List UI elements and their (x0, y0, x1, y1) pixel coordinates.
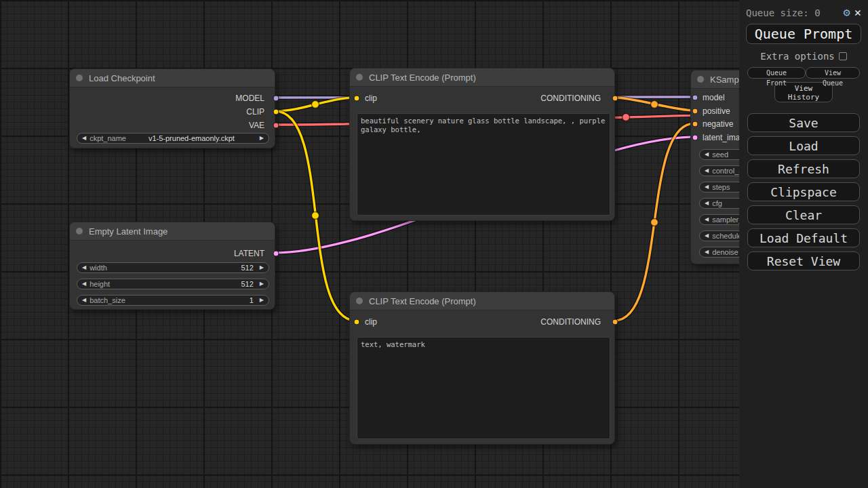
widget-label: width (90, 264, 107, 272)
link-positive-dot (651, 101, 658, 108)
prompt-textarea[interactable]: text, watermark (357, 337, 610, 439)
widget-decrement-arrow-icon[interactable]: ◀ (705, 184, 709, 190)
view-queue-button[interactable]: View Queue (806, 67, 860, 79)
output-label-clip: CLIP (246, 107, 264, 117)
node-title: CLIP Text Encode (Prompt) (369, 73, 476, 83)
widget-decrement-arrow-icon[interactable]: ◀ (705, 217, 709, 222)
save-button[interactable]: Save (747, 113, 860, 132)
output-label-conditioning: CONDITIONING (540, 94, 601, 103)
comfy-menu: Queue size: 0 ⚙ ✕ Queue Prompt Extra opt… (739, 0, 868, 488)
clipspace-button[interactable]: Clipspace (747, 182, 860, 201)
widget-value: 512 (111, 264, 256, 272)
node-clip-text-encode-negative[interactable]: CLIP Text Encode (Prompt) clip CONDITION… (349, 291, 615, 445)
link-clip-top-dot (312, 101, 319, 108)
input-label-negative: negative (703, 119, 733, 129)
height-widget[interactable]: ◀ height 512 ▶ (77, 279, 269, 289)
output-port-clip[interactable] (273, 109, 279, 115)
load-button[interactable]: Load (747, 136, 860, 155)
output-port-vae[interactable] (273, 123, 279, 129)
widget-decrement-arrow-icon[interactable]: ◀ (82, 136, 86, 141)
collapse-dot-icon[interactable] (356, 298, 363, 304)
widget-decrement-arrow-icon[interactable]: ◀ (82, 265, 86, 270)
width-widget[interactable]: ◀ width 512 ▶ (77, 262, 269, 273)
node-load-checkpoint[interactable]: Load Checkpoint MODEL CLIP VAE ◀ ckpt_na… (69, 68, 275, 148)
reset-view-button[interactable]: Reset View (747, 251, 860, 270)
input-label-model: model (703, 93, 725, 102)
gear-icon[interactable]: ⚙ (844, 7, 850, 18)
link-clip-top (275, 98, 356, 111)
widget-label: batch_size (90, 296, 125, 304)
output-label-latent: LATENT (234, 249, 264, 258)
input-label-clip: clip (365, 94, 377, 103)
node-title: CLIP Text Encode (Prompt) (369, 296, 476, 306)
widget-decrement-arrow-icon[interactable]: ◀ (705, 249, 709, 255)
widget-increment-arrow-icon[interactable]: ▶ (260, 298, 264, 303)
input-port-positive[interactable] (692, 108, 698, 115)
load-default-button[interactable]: Load Default (747, 228, 860, 247)
node-clip-negative-header[interactable]: CLIP Text Encode (Prompt) (350, 292, 614, 310)
output-label-model: MODEL (235, 94, 264, 103)
node-clip-text-encode-positive[interactable]: CLIP Text Encode (Prompt) clip CONDITION… (349, 68, 615, 221)
queue-prompt-button[interactable]: Queue Prompt (746, 24, 861, 44)
widget-value: 1 (129, 296, 256, 304)
widget-value: 512 (113, 280, 256, 288)
output-label-conditioning: CONDITIONING (540, 317, 601, 327)
widget-decrement-arrow-icon[interactable]: ◀ (705, 168, 709, 174)
widget-decrement-arrow-icon[interactable]: ◀ (82, 298, 86, 303)
prompt-textarea[interactable]: beautiful scenery nature glass bottle la… (357, 113, 610, 216)
collapse-dot-icon[interactable] (697, 76, 704, 83)
extra-options-checkbox[interactable] (839, 52, 847, 60)
ckpt-name-widget[interactable]: ◀ ckpt_name v1-5-pruned-emaonly.ckpt ▶ (77, 133, 269, 144)
node-load-checkpoint-header[interactable]: Load Checkpoint (70, 69, 275, 87)
input-port-model[interactable] (692, 95, 698, 101)
node-empty-latent-header[interactable]: Empty Latent Image (70, 222, 275, 241)
input-port-clip[interactable] (354, 319, 360, 325)
extra-options-label: Extra options (760, 51, 835, 62)
link-vae-dot (623, 114, 630, 121)
node-clip-positive-header[interactable]: CLIP Text Encode (Prompt) (350, 68, 614, 87)
close-icon[interactable]: ✕ (854, 7, 861, 18)
link-positive (614, 98, 694, 110)
view-history-line1: View (795, 84, 813, 93)
link-negative-dot (651, 219, 658, 226)
graph-canvas[interactable]: Load Checkpoint MODEL CLIP VAE ◀ ckpt_na… (0, 0, 868, 488)
widget-label: height (90, 280, 110, 288)
widget-label: ckpt_name (90, 134, 126, 142)
input-label-positive: positive (703, 106, 730, 116)
output-port-conditioning[interactable] (612, 319, 618, 325)
clear-button[interactable]: Clear (747, 205, 860, 224)
input-port-latent-image[interactable] (692, 135, 698, 141)
input-port-clip[interactable] (354, 96, 360, 102)
node-title: Load Checkpoint (89, 73, 155, 83)
collapse-dot-icon[interactable] (76, 75, 83, 81)
widget-increment-arrow-icon[interactable]: ▶ (260, 281, 264, 287)
queue-front-button[interactable]: Queue Front (747, 67, 806, 79)
widget-value: v1-5-pruned-emaonly.ckpt (130, 134, 256, 142)
input-port-negative[interactable] (692, 121, 698, 127)
widget-decrement-arrow-icon[interactable]: ◀ (705, 152, 709, 157)
widget-label: cfg (712, 199, 722, 207)
batch-size-widget[interactable]: ◀ batch_size 1 ▶ (77, 295, 269, 306)
queue-size-label: Queue size: 0 (746, 7, 840, 18)
input-label-clip: clip (365, 317, 377, 327)
node-title: Empty Latent Image (89, 226, 167, 237)
widget-decrement-arrow-icon[interactable]: ◀ (705, 233, 709, 239)
collapse-dot-icon[interactable] (76, 228, 83, 235)
link-negative (614, 123, 694, 321)
widget-decrement-arrow-icon[interactable]: ◀ (705, 201, 709, 206)
output-label-vae: VAE (249, 121, 264, 130)
collapse-dot-icon[interactable] (356, 74, 363, 81)
node-empty-latent-image[interactable]: Empty Latent Image LATENT ◀ width 512 ▶ … (69, 222, 275, 310)
widget-label: denoise (712, 248, 738, 256)
view-history-line2: History (788, 93, 819, 102)
link-clip-bottom-dot (312, 212, 319, 220)
widget-label: seed (712, 150, 728, 159)
widget-decrement-arrow-icon[interactable]: ◀ (82, 281, 86, 287)
link-clip-bottom (275, 111, 356, 321)
refresh-button[interactable]: Refresh (747, 159, 860, 178)
output-port-latent[interactable] (273, 251, 279, 257)
widget-increment-arrow-icon[interactable]: ▶ (260, 265, 264, 270)
output-port-model[interactable] (273, 96, 279, 102)
output-port-conditioning[interactable] (612, 96, 618, 102)
widget-increment-arrow-icon[interactable]: ▶ (260, 136, 264, 141)
